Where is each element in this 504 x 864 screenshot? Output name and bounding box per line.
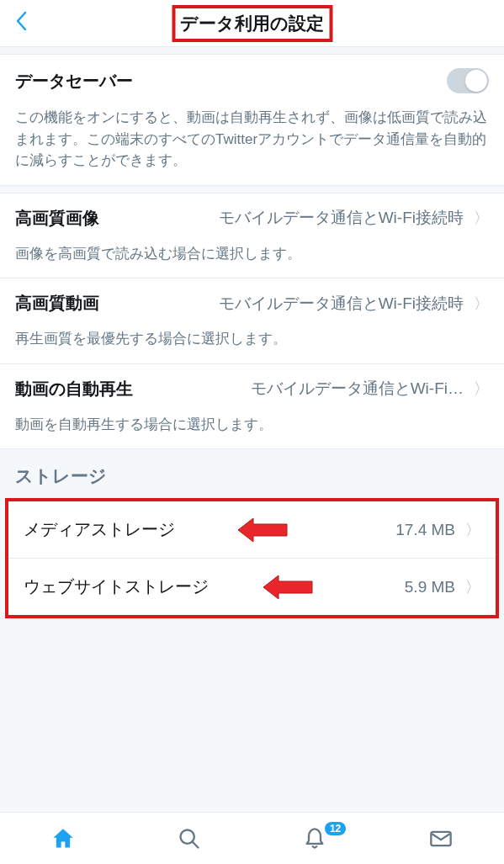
web-storage-row[interactable]: ウェブサイトストレージ 5.9 MB 〉: [8, 558, 496, 615]
home-icon: [51, 827, 75, 851]
media-storage-value: 17.4 MB: [395, 521, 455, 539]
web-storage-label: ウェブサイトストレージ: [24, 575, 209, 598]
svg-line-1: [192, 841, 198, 847]
chevron-left-icon: [15, 11, 29, 31]
hq-video-row[interactable]: 高画質動画 モバイルデータ通信とWi-Fi接続時 〉 再生画質を最優先する場合に…: [0, 278, 504, 363]
annotation-arrow-icon: [238, 517, 289, 543]
storage-highlight-box: メディアストレージ 17.4 MB 〉 ウェブサイトストレージ 5.9 MB 〉: [5, 498, 499, 618]
hq-image-row[interactable]: 高画質画像 モバイルデータ通信とWi-Fi接続時 〉 画像を高画質で読み込む場合…: [0, 193, 504, 278]
chevron-right-icon: 〉: [474, 294, 489, 314]
data-saver-toggle[interactable]: [447, 68, 489, 93]
tab-home[interactable]: [0, 827, 126, 851]
back-button[interactable]: [8, 3, 35, 44]
hq-video-value: モバイルデータ通信とWi-Fi接続時: [109, 293, 464, 315]
quality-section: 高画質画像 モバイルデータ通信とWi-Fi接続時 〉 画像を高画質で読み込む場合…: [0, 193, 504, 450]
media-storage-row[interactable]: メディアストレージ 17.4 MB 〉: [8, 501, 496, 558]
chevron-right-icon: 〉: [474, 208, 489, 228]
hq-image-value: モバイルデータ通信とWi-Fi接続時: [109, 207, 464, 229]
data-saver-label: データセーバー: [15, 70, 133, 93]
autoplay-description: 動画を自動再生する場合に選択します。: [0, 414, 504, 449]
hq-image-label: 高画質画像: [15, 207, 99, 230]
storage-section: ストレージ メディアストレージ 17.4 MB 〉 ウェブサイトストレージ 5.…: [0, 449, 504, 618]
annotation-arrow-icon: [263, 574, 314, 601]
tab-messages[interactable]: [378, 827, 504, 851]
data-saver-section: データセーバー この機能をオンにすると、動画は自動再生されず、画像は低画質で読み…: [0, 54, 504, 186]
tab-search[interactable]: [126, 827, 252, 851]
autoplay-value: モバイルデータ通信とWi-Fi…: [143, 378, 464, 400]
data-saver-description: この機能をオンにすると、動画は自動再生されず、画像は低画質で読み込まれます。この…: [0, 107, 504, 185]
mail-icon: [429, 827, 453, 851]
tab-notifications[interactable]: 12: [252, 827, 379, 851]
chevron-right-icon: 〉: [474, 379, 489, 399]
notification-badge: 12: [325, 822, 346, 835]
hq-image-description: 画像を高画質で読み込む場合に選択します。: [0, 243, 504, 278]
web-storage-value: 5.9 MB: [405, 578, 455, 596]
media-storage-label: メディアストレージ: [24, 518, 175, 541]
toggle-knob: [465, 70, 487, 92]
header: データ利用の設定: [0, 0, 504, 47]
search-icon: [178, 827, 201, 851]
title-highlight-box: データ利用の設定: [172, 5, 332, 42]
autoplay-label: 動画の自動再生: [15, 378, 133, 400]
autoplay-row[interactable]: 動画の自動再生 モバイルデータ通信とWi-Fi… 〉 動画を自動再生する場合に選…: [0, 363, 504, 449]
storage-header: ストレージ: [0, 449, 504, 498]
page-title: データ利用の設定: [180, 12, 324, 35]
chevron-right-icon: 〉: [465, 520, 480, 540]
chevron-right-icon: 〉: [465, 577, 480, 597]
bell-icon: [303, 827, 326, 851]
tab-bar: 12: [0, 812, 504, 864]
hq-video-description: 再生画質を最優先する場合に選択します。: [0, 328, 504, 363]
hq-video-label: 高画質動画: [15, 292, 99, 315]
data-saver-row: データセーバー: [0, 55, 504, 107]
